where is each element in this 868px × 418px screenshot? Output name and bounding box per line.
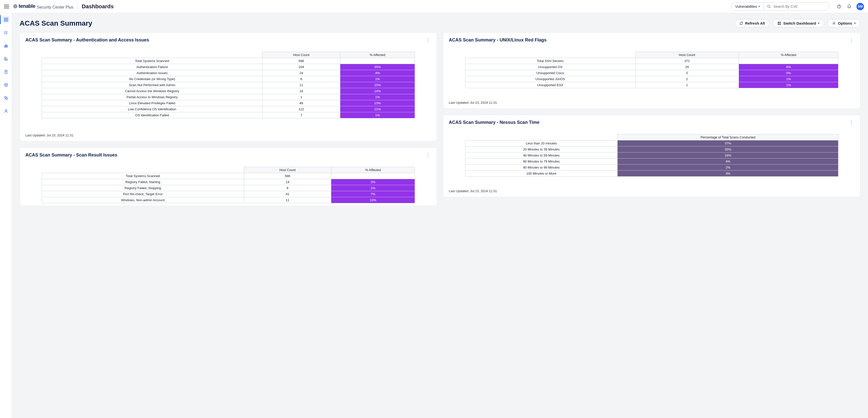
row-count: 372 (635, 58, 739, 64)
row-label: Port Re-check, Target Error (42, 191, 244, 197)
table-row[interactable]: Windows, Non-admin Account1110% (42, 197, 415, 203)
svg-point-31 (834, 23, 835, 24)
rail-users[interactable] (2, 108, 9, 115)
col-header: Host Count (635, 52, 739, 58)
row-label: No Credentials (or Wrong Type) (42, 76, 262, 82)
row-label: 60 Minutes to 79 Minutes (465, 158, 618, 165)
breadcrumb[interactable]: Dashboards (82, 3, 114, 10)
row-pct: 7% (331, 191, 415, 197)
rail-reports[interactable] (2, 68, 9, 76)
help-button[interactable] (836, 4, 842, 9)
card-updated: Last Updated: Jul 23, 2024 11:31 (443, 98, 860, 109)
gear-icon (832, 21, 836, 25)
card-scan-time: ACAS Scan Summary - Nessus Scan Time ⋮ P… (443, 115, 861, 197)
table-row[interactable]: Total Systems Scanned586 (42, 173, 415, 179)
table-row[interactable]: No Credentials (or Wrong Type)61% (42, 76, 415, 82)
table-row[interactable]: Scan Not Performed with Admin1110% (42, 82, 415, 88)
row-count: 6 (262, 76, 340, 82)
card-menu-button[interactable]: ⋮ (848, 36, 855, 44)
top-icons: SM (836, 3, 864, 10)
row-label: Unsupported OS (465, 64, 635, 70)
table-row[interactable]: 80 Minutes to 99 Minutes2% (465, 165, 838, 171)
table-row[interactable]: Partial Access to Windows Registry11% (42, 94, 415, 100)
rail-workflow[interactable] (2, 94, 9, 101)
row-count: 7 (262, 112, 340, 118)
row-label: Unsupported Cisco (465, 70, 635, 76)
scantime-table: Percentage of Total Scans Conducted Less… (465, 134, 839, 177)
table-row[interactable]: OS Identification Failed71% (42, 112, 415, 118)
table-row[interactable]: Registry Failed, Starting142% (42, 179, 415, 185)
rail-analytics[interactable] (2, 42, 9, 49)
svg-point-13 (4, 31, 5, 32)
row-pct: 21% (340, 106, 415, 112)
row-label: Linux Elevated Privileges Failed (42, 100, 262, 106)
row-pct: 1% (739, 82, 838, 88)
rail-list[interactable] (2, 29, 9, 36)
table-row[interactable]: Low Confidence OS Identification12221% (42, 106, 415, 112)
row-count: 16 (262, 88, 340, 94)
row-label: OS Identification Failed (42, 112, 262, 118)
table-row[interactable]: Authentication Failure20435% (42, 64, 415, 70)
document-icon (4, 69, 8, 74)
rail-target[interactable] (2, 55, 9, 62)
user-avatar[interactable]: SM (857, 3, 864, 10)
switch-dashboard-button[interactable]: Switch Dashboard ▾ (773, 19, 824, 27)
rail-assets[interactable] (2, 81, 9, 88)
table-row[interactable]: Registry Failed, Stopping61% (42, 185, 415, 191)
refresh-all-button[interactable]: Refresh All (735, 19, 770, 27)
table-row[interactable]: Unsupported ESX11% (465, 82, 838, 88)
row-pct: 10% (331, 197, 415, 203)
search-category-select[interactable]: Vulnerabilities ▾ (732, 2, 764, 10)
row-count: 24 (262, 70, 340, 76)
col-header: % Affected (340, 52, 415, 58)
table-row[interactable]: Unsupported OS298% (465, 64, 838, 70)
row-pct: 1% (340, 112, 415, 118)
switch-label: Switch Dashboard (783, 21, 816, 25)
svg-rect-9 (6, 20, 7, 21)
svg-rect-30 (780, 24, 781, 25)
table-row[interactable]: Port Re-check, Target Error417% (42, 191, 415, 197)
card-menu-button[interactable]: ⋮ (425, 36, 431, 44)
table-row[interactable]: Cannot Access the Windows Registry1614% (42, 88, 415, 94)
svg-rect-29 (778, 24, 779, 25)
table-row[interactable]: Linux Elevated Privileges Failed4913% (42, 100, 415, 106)
row-label: Partial Access to Windows Registry (42, 94, 262, 100)
table-row[interactable]: Unsupported Cisco00% (465, 70, 838, 76)
brand-logo: tenable (13, 3, 35, 9)
row-pct: 1% (331, 185, 415, 191)
table-row[interactable]: 40 Minutes to 59 Minutes19% (465, 152, 838, 158)
notifications-button[interactable] (846, 4, 852, 9)
table-row[interactable]: Total Systems Scanned586 (42, 58, 415, 64)
card-menu-button[interactable]: ⋮ (425, 151, 431, 159)
row-count: 586 (244, 173, 331, 179)
table-row[interactable]: Authentication Issues244% (42, 70, 415, 76)
row-label: Low Confidence OS Identification (42, 106, 262, 112)
user-icon (4, 109, 8, 113)
table-row[interactable]: 100 Minutes or More3% (465, 171, 838, 177)
table-row[interactable]: Total SSH Servers372 (465, 58, 838, 64)
card-menu-button[interactable]: ⋮ (848, 119, 855, 126)
menu-toggle-button[interactable] (4, 4, 9, 9)
card-unix-red-flags: ACAS Scan Summary - UNIX/Linux Red Flags… (443, 32, 861, 109)
options-button[interactable]: Options ▾ (827, 19, 861, 27)
row-count: 41 (244, 191, 331, 197)
card-scan-result-issues: ACAS Scan Summary - Scan Result Issues ⋮… (20, 147, 437, 206)
table-row[interactable]: Unsupported JunOS21% (465, 76, 838, 82)
table-row[interactable]: 20 Minutes to 39 Minutes35% (465, 146, 838, 152)
table-row[interactable]: Less than 20 minutes37% (465, 141, 838, 146)
dashboard-grid: ACAS Scan Summary - Authentication and A… (20, 32, 861, 206)
tenable-logo-icon (13, 4, 18, 8)
rail-dashboards[interactable] (2, 16, 9, 23)
svg-rect-28 (780, 22, 781, 23)
row-label: 20 Minutes to 39 Minutes (465, 146, 618, 152)
row-pct: 2% (618, 165, 838, 171)
row-count: 29 (635, 64, 739, 70)
row-pct: 1% (340, 94, 415, 100)
svg-rect-7 (6, 18, 7, 19)
col-header: % Affected (739, 52, 838, 58)
table-row[interactable]: 60 Minutes to 79 Minutes4% (465, 158, 838, 165)
row-count: 586 (262, 58, 340, 64)
row-label: 100 Minutes or More (465, 171, 618, 177)
search-input[interactable] (773, 4, 826, 8)
refresh-icon (739, 21, 743, 25)
